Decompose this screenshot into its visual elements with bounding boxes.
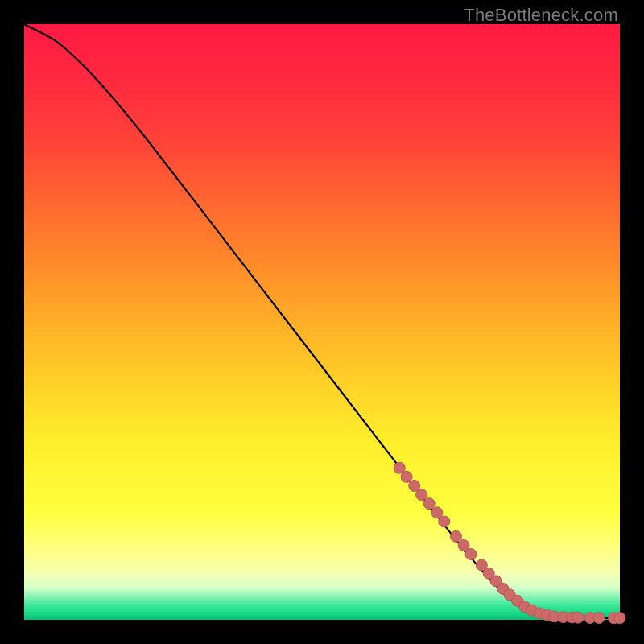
- data-dot: [401, 471, 412, 482]
- data-dot: [593, 613, 605, 624]
- data-dot: [451, 530, 462, 542]
- data-dot: [614, 613, 625, 624]
- chart-plot-area: [24, 24, 620, 620]
- watermark-text: TheBottleneck.com: [464, 5, 618, 26]
- data-dot: [423, 498, 435, 510]
- bottleneck-curve: [24, 24, 620, 618]
- data-dot: [465, 549, 477, 560]
- chart-svg: [24, 24, 620, 620]
- data-dot: [439, 516, 450, 527]
- data-dot: [572, 612, 584, 623]
- curve-data-dots: [394, 462, 625, 623]
- data-dot: [416, 489, 427, 501]
